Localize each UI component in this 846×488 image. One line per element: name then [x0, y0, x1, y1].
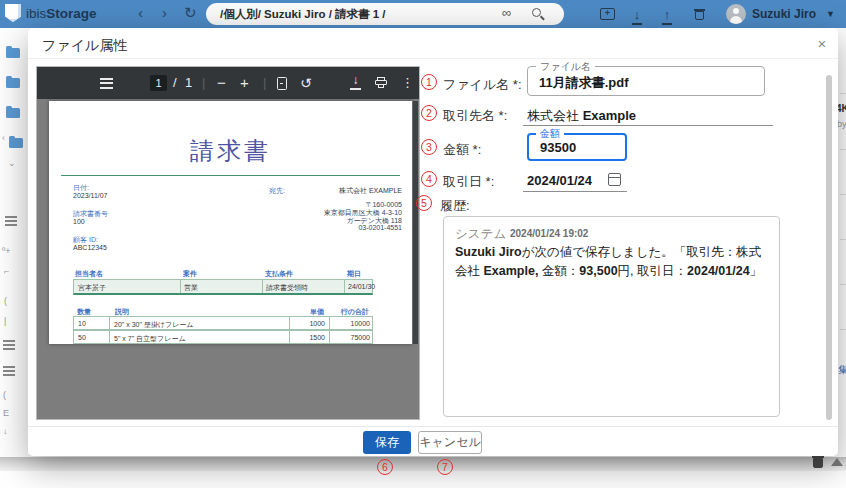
app-topbar: ibisStorage ‹ › ↻ /個人別/ Suzuki Jiro / 請求… [0, 0, 846, 28]
close-icon[interactable]: × [812, 34, 832, 54]
forward-icon[interactable]: › [162, 0, 167, 28]
bottom-toolbar-band [0, 457, 846, 471]
breadcrumb-pill: /個人別/ Suzuki Jiro / 請求書 1 / ∞ [206, 3, 564, 25]
pdf-toolbar: 1 / 1 | − + | ↺ ↓ ⋮ [37, 67, 419, 99]
annotation-5: 5 [416, 195, 432, 211]
pdf-toolbar-sep: | [202, 67, 205, 99]
item-cell: 10000 [332, 320, 370, 327]
scroll-top-icon[interactable] [831, 458, 843, 466]
meta-header: 期日 [347, 269, 361, 279]
item-cell: 1000 [292, 320, 325, 327]
menu-icon[interactable] [5, 216, 17, 228]
item-cell: 1500 [292, 334, 325, 341]
item-cell: 50 [78, 334, 86, 341]
zoom-in-icon[interactable]: + [240, 67, 249, 99]
filename-notch-label: ファイル名 [536, 60, 595, 74]
share-link-icon[interactable]: ∞ [502, 5, 511, 20]
vendor-value[interactable]: 株式会社 Example [527, 107, 636, 125]
date-label: 取引日 *: [443, 173, 494, 191]
trash-drop-icon[interactable] [812, 455, 824, 469]
chevron-down-icon[interactable]: ⌄ [8, 158, 16, 168]
trash-icon[interactable] [694, 8, 705, 20]
amount-notch-label: 金額 [536, 127, 564, 141]
new-folder-icon[interactable]: + [600, 8, 615, 20]
meta-cell: 請求書受領時 [266, 283, 308, 293]
header-divider [28, 58, 838, 59]
amount-value[interactable]: 93500 [540, 140, 576, 155]
grid-icon[interactable] [3, 340, 15, 352]
avatar[interactable] [726, 4, 746, 24]
folder-icon[interactable] [6, 108, 20, 118]
folder-icon[interactable] [6, 78, 20, 88]
history-timestamp: 2024/01/24 19:02 [510, 228, 588, 239]
sidebar-fragment: Ε [3, 408, 9, 418]
zoom-out-icon[interactable]: − [217, 67, 226, 99]
more-icon[interactable]: ⋮ [401, 67, 414, 99]
history-text: 」 [750, 264, 763, 278]
pdf-page-sep: / [173, 67, 177, 99]
sidebar-fragment: ↓ [3, 426, 8, 436]
amount-label: 金額 *: [443, 141, 481, 159]
cancel-button[interactable]: キャンセル [418, 431, 482, 454]
reload-icon[interactable]: ↻ [184, 0, 197, 28]
folder-icon[interactable] [9, 138, 23, 148]
annotation-3: 3 [421, 139, 437, 155]
pdf-page-number[interactable]: 1 [150, 75, 167, 91]
history-vendor: Example, [483, 264, 538, 278]
breadcrumb[interactable]: /個人別/ Suzuki Jiro / 請求書 1 / [220, 3, 386, 25]
item-row: 50 5" x 7" 自立型フレーム 1500 75000 [73, 330, 373, 344]
logo-suffix: Storage [46, 6, 96, 21]
screen: ibisStorage ‹ › ↻ /個人別/ Suzuki Jiro / 請求… [0, 0, 846, 488]
invoice-to-name: 株式会社 EXAMPLE [339, 186, 402, 196]
print-icon[interactable] [375, 77, 387, 88]
folder-icon[interactable] [6, 48, 20, 58]
user-caret-icon[interactable]: ▼ [826, 0, 835, 28]
meta-cell: 営業 [184, 283, 198, 293]
file-attributes-dialog: ファイル属性 × 1 / 1 | − + | ↺ ↓ ⋮ 請求書 [28, 28, 838, 456]
vendor-value-bold: Example [583, 108, 636, 123]
item-cell: 20" x 30" 壁掛けフレーム [114, 320, 194, 330]
search-icon[interactable] [532, 8, 541, 17]
date-value[interactable]: 2024/01/24 [527, 173, 592, 188]
pdf-page-total: 1 [185, 67, 192, 99]
invoice-no: 100 [73, 218, 85, 225]
item-cell: 75000 [332, 334, 370, 341]
back-icon[interactable]: ‹ [138, 0, 143, 28]
history-entry: Suzuki Jiroが次の値で保存しました。「取引先：株式会社 Example… [455, 243, 767, 281]
dialog-title: ファイル属性 [42, 37, 127, 55]
history-box[interactable]: システム 2024/01/24 19:02 Suzuki Jiroが次の値で保存… [443, 216, 780, 417]
tree-collapse-icon[interactable]: ‹ [2, 133, 5, 143]
annotation-7: 7 [437, 459, 453, 475]
invoice-to-tel: 03-0201-4551 [358, 224, 402, 231]
logo-prefix: ibis [26, 6, 46, 21]
meta-header: 担当者名 [75, 269, 103, 279]
user-menu[interactable]: Suzuki Jiro [752, 0, 816, 28]
menu-icon[interactable] [3, 366, 15, 378]
filename-value[interactable]: 11月請求書.pdf [539, 74, 629, 92]
pdf-scrollbar[interactable] [413, 101, 418, 344]
sidebar-fragment: | [4, 316, 6, 326]
pdf-page: 請求書 日付: 2023/11/07 請求書番号 100 顧客 ID: ABC1… [49, 101, 412, 344]
invoice-title: 請求書 [49, 135, 412, 167]
dialog-scrollbar[interactable] [826, 75, 832, 420]
save-button[interactable]: 保存 [363, 431, 411, 454]
meta-header: 支払条件 [265, 269, 293, 279]
fit-page-icon[interactable] [277, 77, 287, 90]
upload-bar [662, 23, 672, 25]
history-amount: 93,500 [579, 264, 617, 278]
trash-body [813, 458, 823, 468]
item-row: 10 20" x 30" 壁掛けフレーム 1000 10000 [73, 316, 373, 330]
meta-cell: 24/01/30 [348, 283, 375, 290]
trash-body [695, 11, 704, 20]
app-logo-text: ibisStorage [26, 0, 97, 28]
filename-label: ファイル名 *: [443, 76, 522, 94]
calendar-icon[interactable] [608, 173, 621, 186]
pdf-preview: 1 / 1 | − + | ↺ ↓ ⋮ 請求書 日付: 2023/11/07 請… [36, 66, 420, 420]
edit-link-fragment[interactable]: 集 [838, 363, 846, 377]
avatar-head [733, 8, 739, 14]
annotation-6: 6 [377, 459, 393, 475]
pdf-download-bar [350, 88, 361, 90]
date-underline [523, 191, 627, 192]
rotate-icon[interactable]: ↺ [300, 67, 312, 99]
avatar-body [730, 16, 742, 24]
